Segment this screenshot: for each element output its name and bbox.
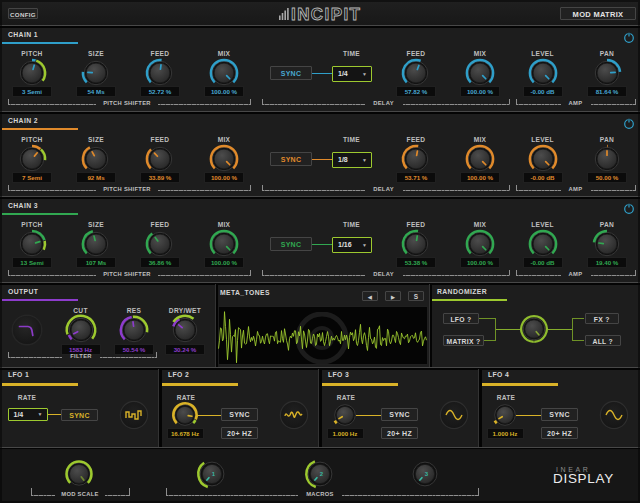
svg-text:INCIPIT: INCIPIT — [291, 5, 361, 24]
